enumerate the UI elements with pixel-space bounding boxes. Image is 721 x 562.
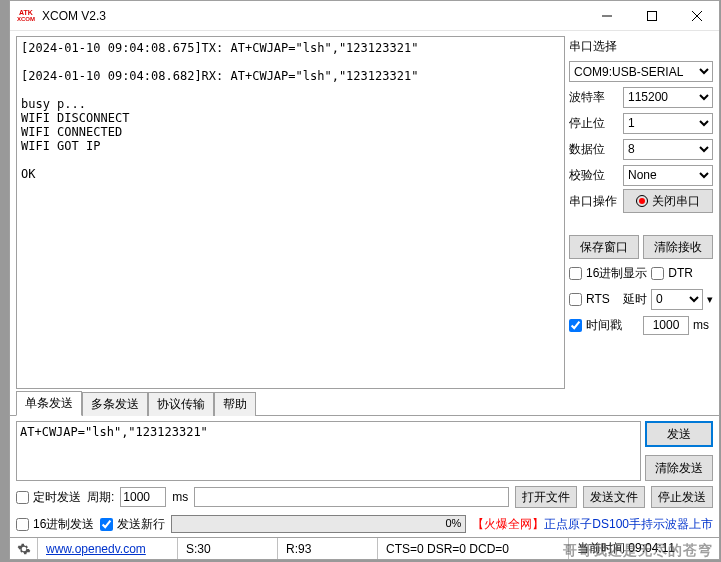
baud-select[interactable]: 115200 [623,87,713,108]
ms-label: ms [693,318,709,332]
timestamp-checkbox[interactable]: 时间戳 [569,317,639,334]
stopbits-select[interactable]: 1 [623,113,713,134]
clear-receive-button[interactable]: 清除接收 [643,235,713,259]
dtr-checkbox[interactable]: DTR [651,266,693,280]
serial-settings-panel: 串口选择 COM9:USB-SERIAL 波特率 115200 停止位 1 数据… [567,31,719,394]
tab-multi-send[interactable]: 多条发送 [82,392,148,416]
progress-bar: 0% [171,515,466,533]
parity-label: 校验位 [569,167,619,184]
progress-text: 0% [445,517,461,529]
status-bar: www.openedv.com S:30 R:93 CTS=0 DSR=0 DC… [10,537,719,559]
rts-checkbox[interactable]: RTS [569,292,619,306]
hex-send-checkbox[interactable]: 16进制发送 [16,516,94,533]
port-toggle-button[interactable]: 关闭串口 [623,189,713,213]
send-button[interactable]: 发送 [645,421,713,447]
send-newline-checkbox[interactable]: 发送新行 [100,516,165,533]
status-url[interactable]: www.openedv.com [38,538,178,559]
record-icon [636,195,648,207]
delay-label: 延时 [623,291,647,308]
tab-protocol[interactable]: 协议传输 [148,392,214,416]
timestamp-interval-input[interactable] [643,316,689,335]
clear-send-button[interactable]: 清除发送 [645,455,713,481]
promo-link[interactable]: 【火爆全网】正点原子DS100手持示波器上市 [472,516,713,533]
settings-icon[interactable] [10,538,38,559]
status-sent: S:30 [178,538,278,559]
timed-send-checkbox[interactable]: 定时发送 [16,489,81,506]
send-file-button[interactable]: 发送文件 [583,486,645,508]
svg-rect-1 [647,11,656,20]
status-time: 当前时间 09:04:11 [569,538,719,559]
port-toggle-label: 关闭串口 [652,193,700,210]
port-select[interactable]: COM9:USB-SERIAL [569,61,713,82]
file-path-input[interactable] [194,487,509,507]
stop-send-button[interactable]: 停止发送 [651,486,713,508]
maximize-button[interactable] [629,1,674,31]
tab-single-send[interactable]: 单条发送 [16,391,82,416]
status-signals: CTS=0 DSR=0 DCD=0 [378,538,569,559]
hex-display-checkbox[interactable]: 16进制显示 [569,265,647,282]
save-window-button[interactable]: 保存窗口 [569,235,639,259]
send-input[interactable] [16,421,641,481]
app-icon: ATKXCOM [16,6,36,26]
port-op-label: 串口操作 [569,193,619,210]
databits-select[interactable]: 8 [623,139,713,160]
status-recv: R:93 [278,538,378,559]
databits-label: 数据位 [569,141,619,158]
tabs: 单条发送 多条发送 协议传输 帮助 [10,394,719,416]
stopbits-label: 停止位 [569,115,619,132]
baud-label: 波特率 [569,89,619,106]
period-input[interactable] [120,487,166,507]
close-button[interactable] [674,1,719,31]
receive-log[interactable]: [2024-01-10 09:04:08.675]TX: AT+CWJAP="l… [16,36,565,389]
ms-label-2: ms [172,490,188,504]
panel-title: 串口选择 [569,38,713,55]
open-file-button[interactable]: 打开文件 [515,486,577,508]
titlebar: ATKXCOM XCOM V2.3 [10,1,719,31]
tab-help[interactable]: 帮助 [214,392,256,416]
window-title: XCOM V2.3 [42,9,584,23]
minimize-button[interactable] [584,1,629,31]
delay-select[interactable]: 0 [651,289,703,310]
parity-select[interactable]: None [623,165,713,186]
period-label: 周期: [87,489,114,506]
